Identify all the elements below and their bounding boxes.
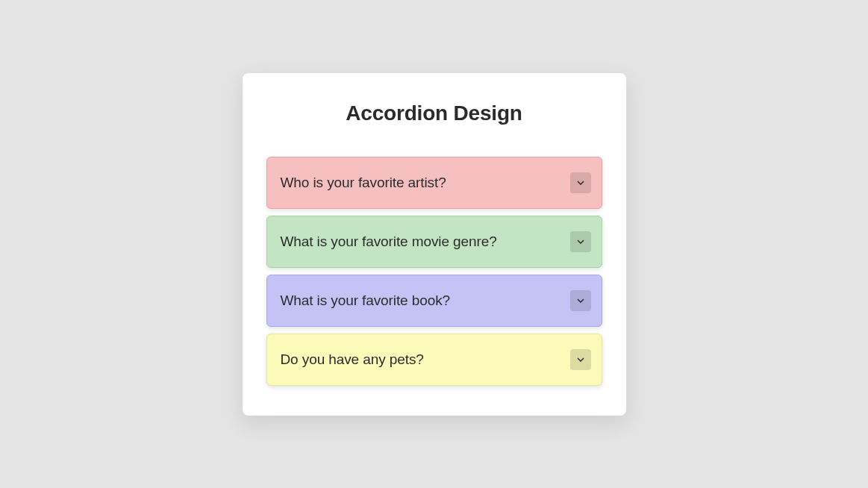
- accordion-item-book[interactable]: What is your favorite book?: [266, 275, 602, 327]
- accordion-card: Accordion Design Who is your favorite ar…: [243, 73, 626, 416]
- expand-button[interactable]: [570, 231, 591, 252]
- accordion-label: Who is your favorite artist?: [281, 175, 446, 191]
- accordion-item-pets[interactable]: Do you have any pets?: [266, 334, 602, 386]
- accordion-label: What is your favorite movie genre?: [281, 234, 497, 250]
- accordion-label: Do you have any pets?: [281, 351, 424, 368]
- expand-button[interactable]: [570, 172, 591, 193]
- chevron-down-icon: [575, 295, 587, 307]
- chevron-down-icon: [575, 177, 587, 189]
- accordion-item-artist[interactable]: Who is your favorite artist?: [266, 157, 602, 209]
- chevron-down-icon: [575, 354, 587, 366]
- page-title: Accordion Design: [266, 101, 602, 125]
- expand-button[interactable]: [570, 349, 591, 370]
- accordion-label: What is your favorite book?: [281, 293, 451, 309]
- chevron-down-icon: [575, 236, 587, 248]
- accordion-item-movie-genre[interactable]: What is your favorite movie genre?: [266, 216, 602, 268]
- expand-button[interactable]: [570, 290, 591, 311]
